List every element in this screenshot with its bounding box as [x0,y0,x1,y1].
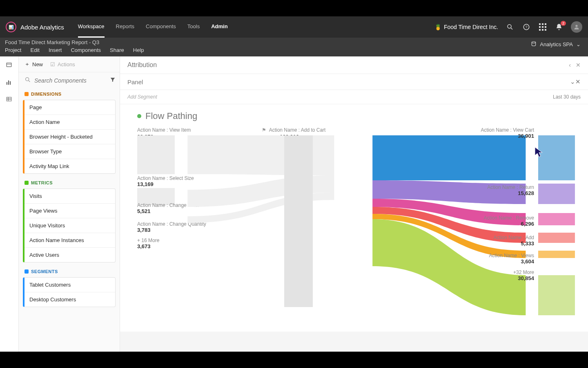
flow-right-label-2: Action Name : Remove [484,215,534,221]
flow-right-label-5: +32 More [513,269,534,275]
svg-point-5 [532,42,536,43]
metric-item[interactable]: Active Users [24,248,115,262]
svg-rect-10 [10,81,11,85]
flow-right-node[interactable] [538,184,575,204]
search-input[interactable] [34,77,107,84]
nav-components[interactable]: Components [146,16,176,38]
metric-item[interactable]: Action Name Instances [24,233,115,248]
flow-visualization[interactable]: Action Name : View Item 29,870 ⚑ Action … [137,127,575,332]
user-avatar[interactable] [571,21,582,33]
flow-right-node[interactable] [538,233,575,243]
new-button[interactable]: ＋ New [24,61,43,68]
date-range[interactable]: Last 30 days [553,94,581,100]
pineapple-icon: 🍍 [434,24,441,30]
dimension-item[interactable]: Page [24,100,115,115]
plus-icon: ＋ [24,61,30,68]
dimension-item[interactable]: Activity Map Link [24,159,115,173]
chevron-left-icon[interactable]: ‹ [569,62,571,68]
app-brand: Adobe Analytics [20,24,64,31]
nav-admin[interactable]: Admin [211,16,227,38]
sankey-svg [137,127,575,332]
chevron-down-icon: ⌄ [576,41,581,47]
metrics-list: Visits Page Views Unique Visitors Action… [23,188,116,263]
chevron-down-icon[interactable]: ⌄ [570,78,575,85]
app-logo: 📊 [6,22,16,32]
nav-workspace[interactable]: Workspace [78,16,105,38]
check-icon: ☑ [50,61,55,67]
suite-selector[interactable]: Analytics SPA ⌄ [531,41,581,48]
dimension-item[interactable]: Browser Type [24,144,115,159]
svg-line-1 [511,28,512,29]
menu-insert[interactable]: Insert [49,47,62,53]
add-segment-drop[interactable]: Add Segment [127,94,157,100]
nav-tools[interactable]: Tools [187,16,200,38]
subheader: Food Time Direct Marketing Report - Q3 P… [0,38,588,56]
help-icon[interactable]: ? [522,22,531,31]
dimensions-header[interactable]: DIMENSIONS [19,90,120,98]
close-icon[interactable]: ✕ [575,78,581,85]
svg-rect-8 [7,82,7,85]
flow-right-label-4: Action Name : Views [489,253,535,258]
notif-badge: 2 [561,21,566,26]
svg-rect-6 [7,63,11,67]
search-icon[interactable] [506,22,514,31]
suite-cylinder-icon [531,41,537,48]
components-panel: ＋ New ☑ Actions DIMENSIONS [19,56,120,352]
menu-edit[interactable]: Edit [30,47,39,53]
viz-title: Flow Pathing [145,111,197,121]
project-title: Food Time Direct Marketing Report - Q3 [5,39,583,45]
suite-name: Analytics SPA [540,41,573,47]
svg-text:?: ? [525,25,527,29]
flow-right-label-1: Action Name : Return [487,184,534,190]
close-icon[interactable]: ✕ [576,62,581,68]
notifications-icon[interactable]: 2 [555,22,564,31]
subpanel-title: Panel [127,79,143,85]
svg-rect-9 [8,81,9,85]
menu-help[interactable]: Help [133,47,144,53]
menu-project[interactable]: Project [5,47,21,53]
org-switcher[interactable]: 🍍 Food Time Direct Inc. [434,24,498,30]
flow-center-node[interactable] [284,135,313,307]
flow-right-label-0: Action Name : View Cart [481,127,535,133]
viz-status-dot [137,114,141,118]
top-nav: Workspace Reports Components Tools Admin [78,16,228,38]
svg-line-16 [29,81,30,82]
dimension-item[interactable]: Action Name [24,115,115,130]
metrics-header[interactable]: METRICS [19,179,120,187]
svg-point-0 [508,25,511,28]
segments-header[interactable]: SEGMENTS [19,267,120,276]
menu-components[interactable]: Components [71,47,101,53]
flow-right-node[interactable] [538,135,575,180]
dimensions-list: Page Action Name Browser Height - Bucket… [23,100,116,174]
segment-item[interactable]: Tablet Customers [24,278,115,292]
flow-right-node[interactable] [538,213,575,225]
rail-viz-icon[interactable] [5,79,13,86]
rail-panels-icon[interactable] [5,62,13,69]
filter-icon[interactable] [110,77,116,84]
canvas: Attribution ‹ ✕ Panel ⌄ ✕ Add Segment La… [120,56,588,352]
search-icon [24,76,31,84]
segments-list: Tablet Customers Desktop Customers [23,277,116,307]
flow-right-node[interactable] [538,275,575,315]
topbar: 📊 Adobe Analytics Workspace Reports Comp… [0,16,588,38]
org-name: Food Time Direct Inc. [444,24,498,30]
metric-item[interactable]: Unique Visitors [24,218,115,233]
left-rail [0,56,19,352]
apps-icon[interactable] [538,22,547,31]
dimension-item[interactable]: Browser Height - Bucketed [24,130,115,144]
segment-item[interactable]: Desktop Customers [24,292,115,307]
menu-share[interactable]: Share [110,47,124,53]
menubar: Project Edit Insert Components Share Hel… [5,47,583,53]
svg-rect-11 [7,97,11,101]
metric-item[interactable]: Visits [24,189,115,204]
rail-table-icon[interactable] [5,96,13,103]
actions-button[interactable]: ☑ Actions [50,61,75,67]
attribution-panel: Attribution ‹ ✕ Panel ⌄ ✕ Add Segment La… [120,56,588,332]
svg-point-4 [575,25,577,27]
nav-reports[interactable]: Reports [116,16,135,38]
panel-title: Attribution [127,61,157,69]
svg-point-15 [26,78,29,81]
flow-right-node[interactable] [538,251,575,258]
metric-item[interactable]: Page Views [24,204,115,218]
flow-right-label-3: Action Name : Add [494,235,534,240]
